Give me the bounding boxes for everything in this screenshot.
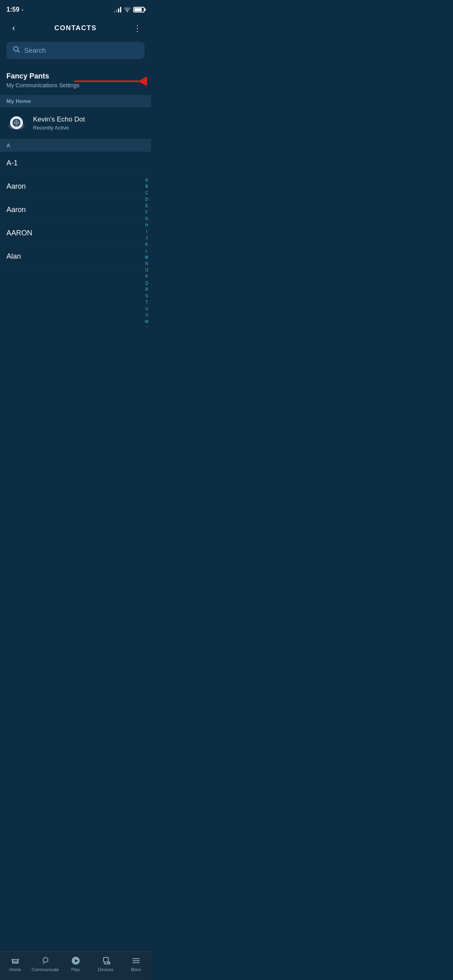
- more-options-button[interactable]: ⋮: [130, 21, 145, 35]
- profile-subtext: My Communications Settings: [6, 82, 79, 89]
- back-arrow-icon: ‹: [12, 23, 15, 33]
- page-title: CONTACTS: [54, 24, 97, 32]
- alpha-h[interactable]: H: [144, 222, 150, 228]
- alpha-a[interactable]: A: [144, 177, 150, 183]
- back-button[interactable]: ‹: [6, 21, 21, 35]
- alpha-k[interactable]: K: [144, 241, 150, 247]
- device-item[interactable]: Kevin's Echo Dot Recently Active: [0, 107, 151, 139]
- contact-name: AARON: [6, 229, 32, 237]
- alphabet-sidebar[interactable]: A B C D E F G H I J K L M N O P Q R S T …: [143, 177, 150, 327]
- alpha-e[interactable]: E: [144, 203, 150, 209]
- contact-item-aaron-1[interactable]: Aaron: [0, 175, 151, 198]
- device-info: Kevin's Echo Dot Recently Active: [33, 115, 145, 131]
- search-bar[interactable]: Search: [6, 42, 145, 59]
- contact-item-alan[interactable]: Alan: [0, 245, 151, 268]
- echo-dot-icon-wrap: [6, 113, 27, 133]
- contact-item-aaron-caps[interactable]: AARON: [0, 222, 151, 245]
- search-placeholder: Search: [24, 47, 46, 55]
- alpha-d[interactable]: D: [144, 196, 150, 202]
- contact-name: Aaron: [6, 206, 26, 214]
- search-icon: [13, 46, 20, 55]
- alpha-f[interactable]: F: [144, 209, 149, 215]
- profile-section[interactable]: Fancy Pants My Communications Settings: [0, 67, 151, 95]
- alpha-u[interactable]: U: [144, 306, 150, 312]
- alpha-c[interactable]: C: [144, 190, 150, 196]
- section-header-a: A: [0, 139, 151, 152]
- alpha-l[interactable]: L: [144, 248, 149, 254]
- device-name: Kevin's Echo Dot: [33, 115, 145, 124]
- contact-name: Alan: [6, 252, 21, 260]
- alpha-w[interactable]: W: [143, 319, 150, 325]
- status-bar: 1:59 ›: [0, 0, 151, 18]
- alpha-v[interactable]: V: [144, 312, 150, 318]
- svg-line-1: [18, 51, 20, 53]
- device-status: Recently Active: [33, 125, 145, 131]
- three-dots-icon: ⋮: [133, 23, 142, 33]
- alpha-o[interactable]: O: [143, 267, 150, 273]
- status-time: 1:59 ›: [6, 6, 23, 13]
- echo-dot-icon: [7, 114, 26, 132]
- header: ‹ CONTACTS ⋮: [0, 18, 151, 42]
- search-container: Search: [0, 42, 151, 67]
- alpha-b[interactable]: B: [144, 183, 150, 189]
- battery-icon: [133, 7, 145, 12]
- contact-name: A-1: [6, 159, 18, 167]
- location-icon: ›: [22, 7, 23, 12]
- my-home-section-header: My Home: [0, 95, 151, 107]
- profile-name: Fancy Pants: [6, 72, 145, 80]
- contact-item-a1[interactable]: A-1: [0, 152, 151, 175]
- contact-name: Aaron: [6, 182, 26, 190]
- alpha-j[interactable]: J: [144, 235, 149, 241]
- status-icons: [114, 6, 145, 13]
- profile-sub: My Communications Settings: [6, 82, 145, 89]
- alpha-i[interactable]: I: [145, 229, 149, 235]
- alpha-s[interactable]: S: [144, 293, 150, 299]
- alpha-p[interactable]: P: [144, 274, 150, 280]
- wifi-icon: [124, 6, 131, 13]
- signal-icon: [114, 7, 121, 12]
- alpha-q[interactable]: Q: [143, 280, 150, 286]
- alpha-r[interactable]: R: [144, 286, 150, 292]
- alpha-n[interactable]: N: [144, 261, 150, 267]
- contact-item-aaron-2[interactable]: Aaron: [0, 198, 151, 222]
- alpha-m[interactable]: M: [143, 254, 150, 260]
- alpha-t[interactable]: T: [144, 299, 149, 305]
- alpha-g[interactable]: G: [143, 216, 150, 222]
- alpha-x[interactable]: X: [144, 325, 150, 327]
